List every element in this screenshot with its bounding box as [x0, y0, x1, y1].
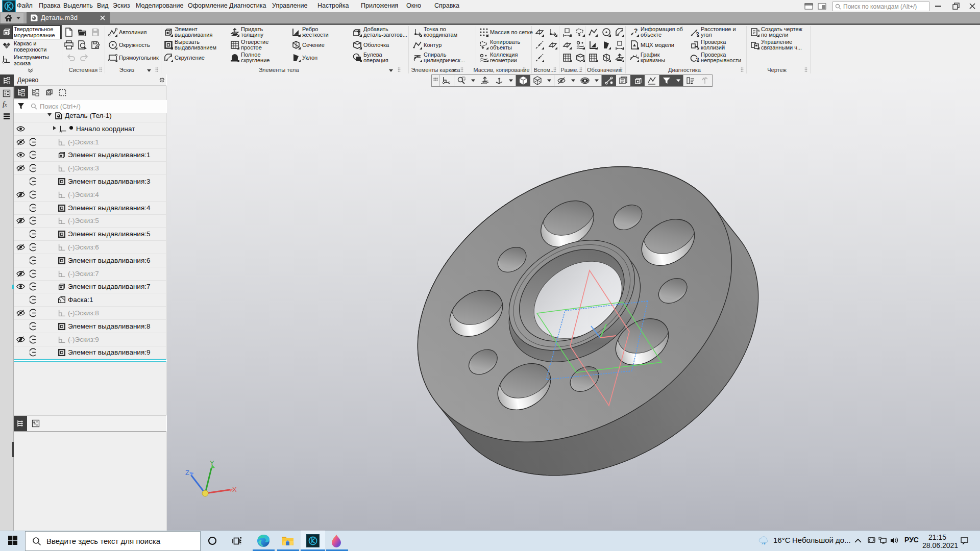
svg-text:X: X [232, 486, 237, 493]
svg-text:Z: Z [185, 469, 189, 477]
svg-text:12: 12 [22, 90, 25, 92]
svg-text:Y: Y [210, 459, 214, 467]
